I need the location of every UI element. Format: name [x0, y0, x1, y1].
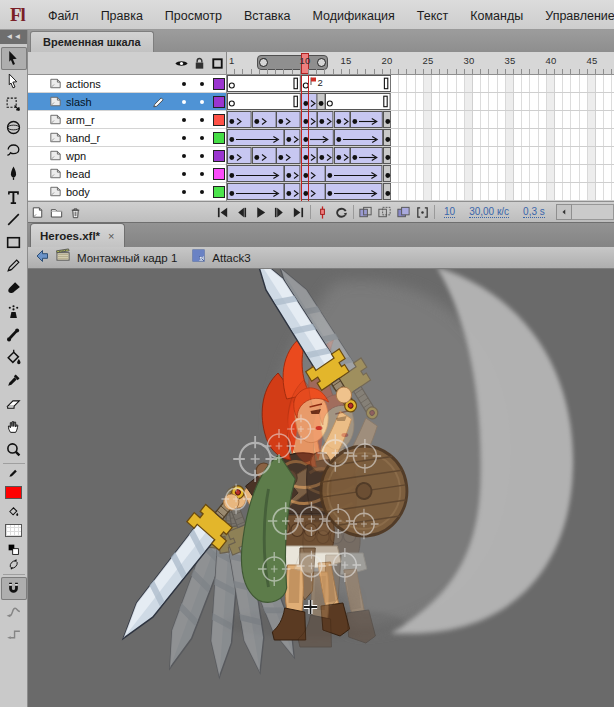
- pen-tool[interactable]: [1, 162, 27, 185]
- onion-skin-button[interactable]: [356, 203, 375, 221]
- frames-row-head[interactable]: [227, 165, 614, 183]
- visibility-icon[interactable]: [174, 56, 189, 75]
- layer-lock-dot[interactable]: [200, 100, 204, 104]
- hand-tool[interactable]: [1, 415, 27, 438]
- line-tool[interactable]: [1, 208, 27, 231]
- layer-outline-color-swatch[interactable]: [213, 96, 225, 108]
- menu-item-2[interactable]: Правка: [90, 9, 154, 23]
- frames-row-actions[interactable]: 2: [227, 75, 614, 93]
- timeline-panel-tab[interactable]: Временная шкала: [30, 31, 154, 52]
- layer-row-arm_r[interactable]: arm_r: [28, 111, 226, 129]
- stroke-color-icon[interactable]: [1, 466, 27, 481]
- fill-color-icon[interactable]: [1, 504, 27, 519]
- frame-ruler[interactable]: 151015202530354045: [227, 52, 614, 74]
- rotation-3d-tool[interactable]: [1, 116, 27, 139]
- back-arrow-icon[interactable]: [34, 248, 50, 268]
- elapsed-time-indicator[interactable]: 0,3 s: [523, 206, 545, 218]
- end-keyframe[interactable]: [383, 111, 391, 128]
- layer-lock-dot[interactable]: [200, 82, 204, 86]
- tween-span[interactable]: [227, 165, 284, 182]
- layer-lock-dot[interactable]: [200, 154, 204, 158]
- layer-outline-color-swatch[interactable]: [213, 150, 225, 162]
- tween-span[interactable]: [317, 147, 333, 164]
- frames-row-body[interactable]: [227, 183, 614, 201]
- layer-lock-dot[interactable]: [200, 118, 204, 122]
- frames-grid[interactable]: 2: [227, 75, 614, 201]
- frames-row-slash[interactable]: [227, 93, 614, 111]
- tween-span[interactable]: [334, 147, 350, 164]
- paint-bucket-tool[interactable]: [1, 346, 27, 369]
- modify-markers-button[interactable]: [413, 203, 432, 221]
- delete-layer-button[interactable]: [66, 203, 85, 221]
- end-keyframe[interactable]: [383, 165, 391, 182]
- tween-span[interactable]: [334, 129, 383, 146]
- layer-visibility-dot[interactable]: [182, 172, 186, 176]
- tween-span[interactable]: [252, 111, 277, 128]
- zoom-tool[interactable]: [1, 438, 27, 461]
- frame-rate-indicator[interactable]: 30,00 к/с: [469, 206, 509, 218]
- document-tab[interactable]: Heroes.xfl* ×: [30, 223, 125, 247]
- stroke-color-swatch[interactable]: [1, 481, 27, 504]
- text-tool[interactable]: [1, 185, 27, 208]
- empty-frame-span[interactable]: [227, 93, 301, 110]
- loop-button[interactable]: [332, 203, 351, 221]
- layer-name[interactable]: body: [66, 186, 90, 198]
- tween-span[interactable]: [227, 111, 252, 128]
- tween-span[interactable]: [227, 147, 252, 164]
- layer-visibility-dot[interactable]: [182, 154, 186, 158]
- lock-icon[interactable]: [192, 56, 207, 75]
- menu-item-6[interactable]: Текст: [406, 9, 459, 23]
- menu-item-7[interactable]: Команды: [459, 9, 534, 23]
- step-back-button[interactable]: [232, 203, 251, 221]
- tween-span[interactable]: [284, 183, 300, 200]
- tween-span[interactable]: [276, 147, 301, 164]
- tween-span[interactable]: [284, 129, 300, 146]
- spray-brush-tool[interactable]: [1, 300, 27, 323]
- layer-row-head[interactable]: head: [28, 165, 226, 183]
- close-tab-icon[interactable]: ×: [108, 230, 114, 242]
- free-transform-tool[interactable]: [1, 93, 27, 116]
- empty-frame-span[interactable]: [227, 75, 301, 92]
- tween-span[interactable]: [301, 165, 326, 182]
- tween-span[interactable]: [350, 111, 383, 128]
- layer-visibility-dot[interactable]: [182, 136, 186, 140]
- tween-span[interactable]: [301, 111, 317, 128]
- tween-span[interactable]: [227, 183, 284, 200]
- subselection-tool[interactable]: [1, 70, 27, 93]
- layer-outline-color-swatch[interactable]: [213, 132, 225, 144]
- frames-row-wpn[interactable]: [227, 147, 614, 165]
- selection-tool[interactable]: [1, 47, 27, 70]
- layer-name[interactable]: wpn: [66, 150, 86, 162]
- layer-name[interactable]: arm_r: [66, 114, 95, 126]
- bone-tool[interactable]: [1, 323, 27, 346]
- straighten-button[interactable]: [1, 623, 27, 646]
- layer-row-slash[interactable]: slash: [28, 93, 226, 111]
- current-frame-indicator[interactable]: 10: [444, 206, 455, 218]
- eraser-tool[interactable]: [1, 392, 27, 415]
- tween-span[interactable]: [350, 147, 383, 164]
- menu-item-8[interactable]: Управление: [534, 9, 614, 23]
- outline-icon[interactable]: [210, 56, 225, 75]
- end-keyframe[interactable]: [383, 147, 391, 164]
- layer-name[interactable]: hand_r: [66, 132, 100, 144]
- tween-span[interactable]: [317, 111, 333, 128]
- brush-tool[interactable]: [1, 277, 27, 300]
- layer-lock-dot[interactable]: [200, 136, 204, 140]
- layer-outline-color-swatch[interactable]: [213, 114, 225, 126]
- breadcrumb-symbol[interactable]: Attack3: [212, 252, 250, 264]
- empty-frame-span[interactable]: [325, 93, 391, 110]
- layer-lock-dot[interactable]: [200, 190, 204, 194]
- goto-first-frame-button[interactable]: [213, 203, 232, 221]
- onion-skin-outlines-button[interactable]: [375, 203, 394, 221]
- swap-colors-button[interactable]: [1, 557, 27, 572]
- layer-visibility-dot[interactable]: [182, 82, 186, 86]
- layer-visibility-dot[interactable]: [182, 118, 186, 122]
- play-button[interactable]: [251, 203, 270, 221]
- layer-outline-color-swatch[interactable]: [213, 168, 225, 180]
- tween-span[interactable]: [252, 147, 277, 164]
- menu-item-4[interactable]: Вставка: [233, 9, 301, 23]
- tween-span[interactable]: [301, 183, 326, 200]
- eyedropper-tool[interactable]: [1, 369, 27, 392]
- new-layer-button[interactable]: [28, 203, 47, 221]
- pencil-tool[interactable]: [1, 254, 27, 277]
